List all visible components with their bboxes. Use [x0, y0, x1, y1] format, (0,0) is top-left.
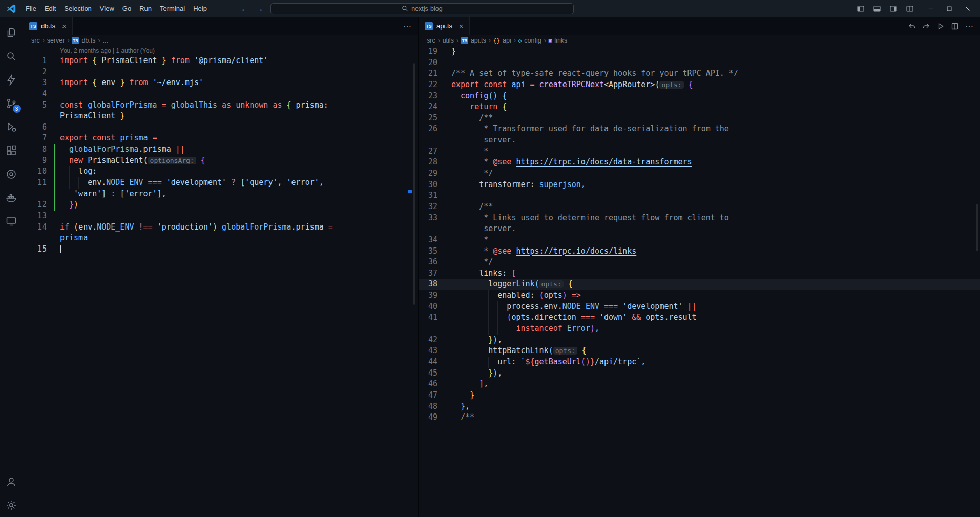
code-line[interactable]: 3import { env } from '~/env.mjs' — [23, 77, 418, 89]
code-line[interactable]: 43 httpBatchLink(opts: { — [419, 345, 980, 357]
code-line[interactable]: 1import { PrismaClient } from '@prisma/c… — [23, 55, 418, 67]
line-number[interactable]: 14 — [23, 222, 60, 233]
line-number[interactable]: 7 — [23, 133, 60, 144]
line-number[interactable]: 40 — [419, 301, 451, 313]
activity-search[interactable] — [0, 45, 23, 68]
line-number[interactable]: 6 — [23, 122, 60, 133]
activity-explorer[interactable] — [0, 21, 23, 45]
line-number[interactable]: 46 — [419, 379, 451, 390]
activity-source-control[interactable]: 3 — [0, 92, 23, 115]
breadcrumb-item[interactable]: links — [554, 37, 567, 44]
activity-settings[interactable] — [0, 493, 23, 517]
line-number[interactable]: 41 — [419, 312, 451, 323]
code-line[interactable]: 2 — [23, 67, 418, 78]
breadcrumb-item[interactable]: api — [503, 37, 511, 44]
line-number[interactable]: 22 — [419, 79, 451, 91]
line-number[interactable]: 27 — [419, 146, 451, 157]
code-line[interactable]: 10 log: — [23, 166, 418, 177]
line-number[interactable]: 49 — [419, 412, 451, 423]
toggle-secondary-sidebar-icon[interactable] — [887, 3, 900, 15]
line-number[interactable]: 19 — [419, 46, 451, 57]
breadcrumb-item[interactable]: server — [47, 37, 65, 44]
run-icon[interactable] — [934, 19, 947, 33]
line-number[interactable]: 13 — [23, 211, 60, 222]
line-number[interactable]: 33 — [419, 213, 451, 224]
maximize-icon[interactable] — [940, 2, 958, 16]
line-number[interactable] — [419, 323, 451, 335]
code-line[interactable]: 23 config() { — [419, 91, 980, 102]
code-line[interactable]: 37 links: [ — [419, 268, 980, 279]
code-line[interactable]: 40 process.env.NODE_ENV === 'development… — [419, 301, 980, 313]
activity-run-and-debug[interactable] — [0, 115, 23, 139]
line-number[interactable]: 15 — [23, 244, 60, 255]
activity-accounts[interactable] — [0, 470, 23, 493]
line-number[interactable]: 24 — [419, 101, 451, 113]
menu-go[interactable]: Go — [118, 3, 135, 15]
line-number[interactable]: 31 — [419, 190, 451, 201]
code-line[interactable]: 24 return { — [419, 101, 980, 113]
code-line[interactable]: 25 /** — [419, 113, 980, 124]
code-line[interactable]: 'warn'] : ['error'], — [23, 189, 418, 200]
code-line[interactable]: prisma — [23, 233, 418, 244]
code-line[interactable]: 49 /** — [419, 412, 980, 423]
code-line[interactable]: 48 }, — [419, 401, 980, 412]
code-line[interactable]: 45 }), — [419, 368, 980, 379]
code-line[interactable]: 11 env.NODE_ENV === 'development' ? ['qu… — [23, 177, 418, 189]
line-number[interactable]: 3 — [23, 77, 60, 89]
code-line[interactable]: 22export const api = createTRPCNext<AppR… — [419, 79, 980, 91]
code-line[interactable]: 20 — [419, 57, 980, 69]
line-number[interactable]: 43 — [419, 345, 451, 357]
breadcrumb-item[interactable]: src — [427, 37, 435, 44]
breadcrumb-item[interactable]: config — [524, 37, 541, 44]
code-line[interactable]: 36 */ — [419, 257, 980, 268]
left-scrollbar-thumb[interactable] — [413, 63, 415, 305]
minimize-icon[interactable] — [922, 2, 940, 16]
line-number[interactable]: 5 — [23, 100, 60, 111]
more-actions-icon[interactable]: ⋯ — [963, 19, 976, 33]
close-tab-icon[interactable]: × — [62, 22, 66, 30]
menu-edit[interactable]: Edit — [40, 3, 60, 15]
code-line[interactable]: 26 * Transformer used for data de-serial… — [419, 123, 980, 135]
line-number[interactable]: 48 — [419, 401, 451, 412]
line-number[interactable]: 38 — [419, 279, 451, 290]
line-number[interactable]: 2 — [23, 67, 60, 78]
line-number[interactable]: 32 — [419, 201, 451, 213]
code-line[interactable]: 19} — [419, 46, 980, 57]
code-line[interactable]: 6 — [23, 122, 418, 133]
tab-api-ts[interactable]: TS api.ts × — [419, 17, 470, 35]
code-line[interactable]: 39 enabled: (opts) => — [419, 290, 980, 301]
code-line[interactable]: 21/** A set of type-safe react-query hoo… — [419, 68, 980, 79]
close-tab-icon[interactable]: × — [459, 22, 463, 30]
code-line[interactable]: 13 — [23, 211, 418, 222]
activity-docker[interactable] — [0, 186, 23, 210]
code-line[interactable]: server. — [419, 223, 980, 235]
line-number[interactable]: 35 — [419, 246, 451, 257]
line-number[interactable] — [419, 135, 451, 146]
code-line[interactable]: 28 * @see https://trpc.io/docs/data-tran… — [419, 157, 980, 168]
line-number[interactable]: 30 — [419, 179, 451, 191]
line-number[interactable]: 25 — [419, 113, 451, 124]
activity-tool-circle[interactable] — [0, 162, 23, 186]
editor-db-ts[interactable]: 1import { PrismaClient } from '@prisma/c… — [23, 55, 418, 517]
menu-help[interactable]: Help — [189, 3, 211, 15]
customize-layout-icon[interactable] — [903, 3, 916, 15]
code-line[interactable]: 47 } — [419, 390, 980, 401]
line-number[interactable]: 4 — [23, 89, 60, 100]
code-line[interactable]: instanceof Error), — [419, 323, 980, 335]
line-number[interactable] — [23, 111, 60, 122]
menu-run[interactable]: Run — [135, 3, 156, 15]
line-number[interactable]: 20 — [419, 57, 451, 69]
line-number[interactable]: 34 — [419, 235, 451, 246]
code-line[interactable]: 29 */ — [419, 168, 980, 179]
code-line[interactable]: 30 transformer: superjson, — [419, 179, 980, 191]
editor-api-ts[interactable]: 19}2021/** A set of type-safe react-quer… — [419, 46, 980, 517]
code-line[interactable]: 9 new PrismaClient(optionsArg: { — [23, 155, 418, 167]
line-number[interactable]: 36 — [419, 257, 451, 268]
code-line[interactable]: 8 globalForPrisma.prisma || — [23, 144, 418, 155]
line-number[interactable]: 26 — [419, 123, 451, 135]
close-window-icon[interactable] — [958, 2, 977, 16]
line-number[interactable]: 44 — [419, 357, 451, 368]
code-line[interactable]: 35 * @see https://trpc.io/docs/links — [419, 246, 980, 257]
split-editor-icon[interactable] — [948, 19, 962, 33]
breadcrumb-item[interactable]: api.ts — [471, 37, 486, 44]
